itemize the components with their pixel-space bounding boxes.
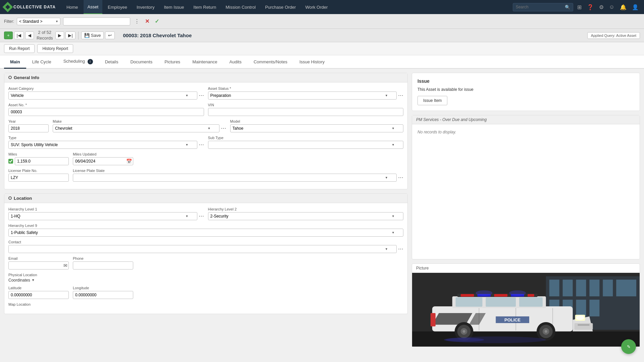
history-report-button[interactable]: History Report	[37, 44, 73, 53]
filter-dots-icon[interactable]: ⋮	[133, 18, 141, 24]
nav-purchase-order[interactable]: Purchase Order	[261, 0, 300, 14]
license-state-select-wrap	[73, 174, 397, 182]
asset-category-group: Asset Category Vehicle ⋯	[8, 86, 204, 100]
nav-item-return[interactable]: Item Return	[189, 0, 220, 14]
general-info-section: General Info Asset Category Vehicle	[4, 73, 408, 189]
asset-status-group: Asset Status * Preparation ⋯	[208, 86, 404, 100]
run-report-button[interactable]: Run Report	[4, 44, 35, 53]
type-select[interactable]: SUV: Sports Utility Vehicle	[8, 141, 197, 149]
next-icon: ▶	[58, 33, 61, 38]
longitude-input[interactable]	[73, 291, 133, 299]
hierarchy-1-select[interactable]: 1-HQ	[8, 212, 197, 220]
location-section: Location Hierarchy Level 1 1-HQ ⋯	[4, 193, 408, 314]
user-icon[interactable]: 👤	[631, 3, 640, 12]
toolbar: + |◀ ◀ 2 of 52 Records ▶ ▶| 💾 Save ↩ 000…	[0, 29, 644, 42]
tab-documents[interactable]: Documents	[124, 56, 158, 69]
email-label: Email	[8, 256, 69, 260]
tab-scheduling[interactable]: Scheduling i	[57, 55, 99, 69]
year-input[interactable]	[8, 124, 49, 132]
hierarchy-9-select[interactable]: 1-Public Safety	[8, 229, 403, 237]
make-dots-icon[interactable]: ⋯	[221, 125, 226, 131]
issue-title: Issue	[417, 78, 634, 84]
tab-maintenance[interactable]: Maintenance	[186, 56, 223, 69]
add-button[interactable]: +	[4, 32, 13, 39]
hierarchy-1-dots-icon[interactable]: ⋯	[199, 213, 204, 219]
miles-updated-label: Miles Updated	[73, 152, 133, 156]
phone-input[interactable]	[73, 261, 133, 269]
license-state-dots-icon[interactable]: ⋯	[398, 174, 403, 181]
first-record-button[interactable]: |◀	[14, 32, 24, 39]
smiley-icon[interactable]: ☺	[608, 3, 616, 11]
email-icon[interactable]: ✉	[63, 263, 67, 268]
email-input[interactable]	[8, 261, 69, 269]
help-icon[interactable]: ❓	[586, 3, 595, 12]
issue-item-button[interactable]: Issue Item	[417, 96, 447, 105]
nav-work-order[interactable]: Work Order	[301, 0, 332, 14]
nav-item-issue[interactable]: Item Issue	[160, 0, 188, 14]
left-panel: General Info Asset Category Vehicle	[4, 73, 408, 347]
miles-updated-input[interactable]	[73, 157, 133, 165]
tab-comments-notes[interactable]: Comments/Notes	[248, 56, 293, 69]
license-plate-state-group: License Plate State ⋯	[73, 169, 403, 182]
bell-icon[interactable]: 🔔	[618, 3, 628, 12]
physical-location-group: Physical Location Coordinates ▼	[8, 273, 69, 283]
hierarchy-2-select[interactable]: 2-Security	[208, 212, 404, 220]
grid-icon[interactable]: ⊞	[576, 3, 583, 12]
nav-home[interactable]: Home	[62, 0, 82, 14]
tabs-bar: Main Life Cycle Scheduling i Details Doc…	[0, 55, 644, 69]
section-icon	[8, 76, 12, 79]
general-info-body: Asset Category Vehicle ⋯ Asset Status *	[4, 82, 407, 189]
fab-edit-button[interactable]: ✎	[621, 339, 636, 354]
asset-status-select[interactable]: Preparation	[208, 92, 397, 100]
license-plate-state-label: License Plate State	[73, 169, 403, 173]
tab-issue-history[interactable]: Issue History	[293, 56, 331, 69]
latitude-input[interactable]	[8, 291, 69, 299]
model-select[interactable]: Tahoe	[230, 124, 404, 132]
sub-type-select[interactable]	[208, 141, 404, 149]
search-box[interactable]: 🔍	[513, 3, 573, 11]
settings-icon[interactable]: ⚙	[598, 3, 605, 12]
asset-category-dots-icon[interactable]: ⋯	[199, 92, 204, 99]
main-content: General Info Asset Category Vehicle	[0, 69, 644, 351]
model-group: Model Tahoe	[230, 119, 404, 132]
asset-status-dots-icon[interactable]: ⋯	[398, 92, 403, 99]
nav-employee[interactable]: Employee	[104, 0, 131, 14]
miles-input[interactable]	[15, 157, 69, 165]
tab-audits[interactable]: Audits	[224, 56, 248, 69]
nav-mission-control[interactable]: Mission Control	[221, 0, 260, 14]
asset-category-select[interactable]: Vehicle	[8, 92, 197, 100]
physical-location-dropdown-icon[interactable]: ▼	[32, 278, 35, 282]
last-record-button[interactable]: ▶|	[65, 32, 75, 39]
filter-apply-icon[interactable]: ✓	[153, 18, 160, 24]
tab-main[interactable]: Main	[4, 56, 26, 69]
discard-button[interactable]: ↩	[105, 32, 115, 39]
latitude-group: Latitude	[8, 286, 69, 299]
contact-select[interactable]	[8, 245, 397, 253]
license-state-select[interactable]	[73, 174, 397, 182]
nav-asset[interactable]: Asset	[84, 0, 103, 14]
nav-inventory[interactable]: Inventory	[133, 0, 158, 14]
next-record-button[interactable]: ▶	[55, 32, 64, 39]
location-row-7: Map Location	[8, 302, 403, 306]
filter-select[interactable]: < Standard >	[17, 18, 60, 25]
license-plate-no-label: License Plate No.	[8, 169, 69, 173]
tab-life-cycle[interactable]: Life Cycle	[26, 56, 57, 69]
location-body: Hierarchy Level 1 1-HQ ⋯ Hierarchy Level…	[4, 203, 407, 314]
license-plate-no-input[interactable]	[8, 174, 69, 182]
contact-dots-icon[interactable]: ⋯	[398, 246, 403, 252]
type-dots-icon[interactable]: ⋯	[199, 141, 204, 148]
miles-checkbox[interactable]	[8, 159, 13, 164]
tab-pictures[interactable]: Pictures	[158, 56, 186, 69]
make-select[interactable]: Chevrolet	[53, 124, 219, 132]
asset-no-input[interactable]	[8, 108, 204, 116]
save-button[interactable]: 💾 Save	[81, 32, 104, 39]
logo-text: COLLECTIVE DATA	[13, 5, 56, 9]
calendar-icon[interactable]: 📅	[126, 159, 132, 164]
prev-record-button[interactable]: ◀	[25, 32, 34, 39]
filter-clear-icon[interactable]: ✕	[144, 18, 151, 24]
svg-rect-4	[576, 280, 586, 296]
filter-input[interactable]	[63, 17, 130, 25]
search-input[interactable]	[516, 5, 563, 9]
vin-input[interactable]	[208, 108, 404, 116]
tab-details[interactable]: Details	[99, 56, 125, 69]
